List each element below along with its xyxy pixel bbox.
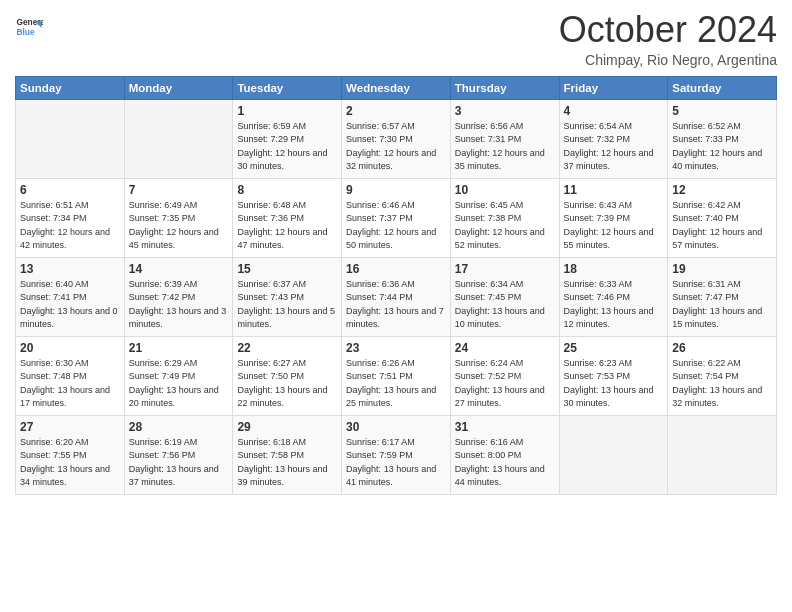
sunrise-text: Sunrise: 6:46 AM	[346, 199, 446, 213]
sunset-text: Sunset: 7:34 PM	[20, 212, 120, 226]
calendar-cell: 3Sunrise: 6:56 AMSunset: 7:31 PMDaylight…	[450, 99, 559, 178]
day-info: Sunrise: 6:30 AMSunset: 7:48 PMDaylight:…	[20, 357, 120, 411]
day-info: Sunrise: 6:51 AMSunset: 7:34 PMDaylight:…	[20, 199, 120, 253]
daylight-text: Daylight: 12 hours and 52 minutes.	[455, 226, 555, 253]
daylight-text: Daylight: 12 hours and 30 minutes.	[237, 147, 337, 174]
day-info: Sunrise: 6:48 AMSunset: 7:36 PMDaylight:…	[237, 199, 337, 253]
day-info: Sunrise: 6:18 AMSunset: 7:58 PMDaylight:…	[237, 436, 337, 490]
calendar-cell	[668, 415, 777, 494]
day-number: 31	[455, 420, 555, 434]
day-info: Sunrise: 6:27 AMSunset: 7:50 PMDaylight:…	[237, 357, 337, 411]
sunrise-text: Sunrise: 6:27 AM	[237, 357, 337, 371]
day-info: Sunrise: 6:49 AMSunset: 7:35 PMDaylight:…	[129, 199, 229, 253]
sunrise-text: Sunrise: 6:26 AM	[346, 357, 446, 371]
calendar-cell: 12Sunrise: 6:42 AMSunset: 7:40 PMDayligh…	[668, 178, 777, 257]
calendar-cell: 10Sunrise: 6:45 AMSunset: 7:38 PMDayligh…	[450, 178, 559, 257]
daylight-text: Daylight: 13 hours and 5 minutes.	[237, 305, 337, 332]
day-info: Sunrise: 6:16 AMSunset: 8:00 PMDaylight:…	[455, 436, 555, 490]
sunrise-text: Sunrise: 6:30 AM	[20, 357, 120, 371]
sunrise-text: Sunrise: 6:29 AM	[129, 357, 229, 371]
calendar-cell: 16Sunrise: 6:36 AMSunset: 7:44 PMDayligh…	[342, 257, 451, 336]
daylight-text: Daylight: 13 hours and 44 minutes.	[455, 463, 555, 490]
day-info: Sunrise: 6:45 AMSunset: 7:38 PMDaylight:…	[455, 199, 555, 253]
day-info: Sunrise: 6:23 AMSunset: 7:53 PMDaylight:…	[564, 357, 664, 411]
sunrise-text: Sunrise: 6:33 AM	[564, 278, 664, 292]
day-number: 13	[20, 262, 120, 276]
day-info: Sunrise: 6:46 AMSunset: 7:37 PMDaylight:…	[346, 199, 446, 253]
day-number: 14	[129, 262, 229, 276]
day-number: 6	[20, 183, 120, 197]
calendar-cell: 7Sunrise: 6:49 AMSunset: 7:35 PMDaylight…	[124, 178, 233, 257]
daylight-text: Daylight: 13 hours and 37 minutes.	[129, 463, 229, 490]
sunset-text: Sunset: 7:39 PM	[564, 212, 664, 226]
daylight-text: Daylight: 13 hours and 7 minutes.	[346, 305, 446, 332]
month-title: October 2024	[559, 10, 777, 50]
day-info: Sunrise: 6:52 AMSunset: 7:33 PMDaylight:…	[672, 120, 772, 174]
sunset-text: Sunset: 7:31 PM	[455, 133, 555, 147]
calendar-cell: 5Sunrise: 6:52 AMSunset: 7:33 PMDaylight…	[668, 99, 777, 178]
day-number: 9	[346, 183, 446, 197]
calendar-cell: 20Sunrise: 6:30 AMSunset: 7:48 PMDayligh…	[16, 336, 125, 415]
day-number: 4	[564, 104, 664, 118]
sunset-text: Sunset: 7:29 PM	[237, 133, 337, 147]
sunset-text: Sunset: 7:36 PM	[237, 212, 337, 226]
day-number: 15	[237, 262, 337, 276]
sunset-text: Sunset: 7:40 PM	[672, 212, 772, 226]
day-number: 19	[672, 262, 772, 276]
calendar-cell: 21Sunrise: 6:29 AMSunset: 7:49 PMDayligh…	[124, 336, 233, 415]
day-number: 2	[346, 104, 446, 118]
daylight-text: Daylight: 13 hours and 12 minutes.	[564, 305, 664, 332]
sunset-text: Sunset: 7:50 PM	[237, 370, 337, 384]
calendar-cell	[124, 99, 233, 178]
day-number: 29	[237, 420, 337, 434]
day-number: 28	[129, 420, 229, 434]
logo: General Blue	[15, 14, 43, 42]
day-info: Sunrise: 6:22 AMSunset: 7:54 PMDaylight:…	[672, 357, 772, 411]
day-info: Sunrise: 6:39 AMSunset: 7:42 PMDaylight:…	[129, 278, 229, 332]
day-info: Sunrise: 6:42 AMSunset: 7:40 PMDaylight:…	[672, 199, 772, 253]
calendar-cell: 22Sunrise: 6:27 AMSunset: 7:50 PMDayligh…	[233, 336, 342, 415]
sunset-text: Sunset: 7:53 PM	[564, 370, 664, 384]
header: General Blue October 2024 Chimpay, Rio N…	[15, 10, 777, 68]
sunrise-text: Sunrise: 6:52 AM	[672, 120, 772, 134]
sunset-text: Sunset: 7:37 PM	[346, 212, 446, 226]
sunset-text: Sunset: 7:56 PM	[129, 449, 229, 463]
day-info: Sunrise: 6:17 AMSunset: 7:59 PMDaylight:…	[346, 436, 446, 490]
day-info: Sunrise: 6:59 AMSunset: 7:29 PMDaylight:…	[237, 120, 337, 174]
sunrise-text: Sunrise: 6:34 AM	[455, 278, 555, 292]
daylight-text: Daylight: 12 hours and 47 minutes.	[237, 226, 337, 253]
sunrise-text: Sunrise: 6:17 AM	[346, 436, 446, 450]
sunrise-text: Sunrise: 6:54 AM	[564, 120, 664, 134]
daylight-text: Daylight: 12 hours and 37 minutes.	[564, 147, 664, 174]
daylight-text: Daylight: 13 hours and 17 minutes.	[20, 384, 120, 411]
daylight-text: Daylight: 13 hours and 10 minutes.	[455, 305, 555, 332]
day-number: 16	[346, 262, 446, 276]
calendar-cell: 1Sunrise: 6:59 AMSunset: 7:29 PMDaylight…	[233, 99, 342, 178]
daylight-text: Daylight: 12 hours and 40 minutes.	[672, 147, 772, 174]
calendar-cell: 24Sunrise: 6:24 AMSunset: 7:52 PMDayligh…	[450, 336, 559, 415]
sunrise-text: Sunrise: 6:24 AM	[455, 357, 555, 371]
daylight-text: Daylight: 13 hours and 25 minutes.	[346, 384, 446, 411]
daylight-text: Daylight: 12 hours and 55 minutes.	[564, 226, 664, 253]
header-right: October 2024 Chimpay, Rio Negro, Argenti…	[559, 10, 777, 68]
day-number: 3	[455, 104, 555, 118]
sunrise-text: Sunrise: 6:56 AM	[455, 120, 555, 134]
day-number: 27	[20, 420, 120, 434]
sunset-text: Sunset: 7:54 PM	[672, 370, 772, 384]
sunrise-text: Sunrise: 6:51 AM	[20, 199, 120, 213]
calendar-cell: 26Sunrise: 6:22 AMSunset: 7:54 PMDayligh…	[668, 336, 777, 415]
daylight-text: Daylight: 13 hours and 34 minutes.	[20, 463, 120, 490]
sunset-text: Sunset: 7:59 PM	[346, 449, 446, 463]
calendar-cell: 14Sunrise: 6:39 AMSunset: 7:42 PMDayligh…	[124, 257, 233, 336]
daylight-text: Daylight: 12 hours and 57 minutes.	[672, 226, 772, 253]
sunset-text: Sunset: 7:38 PM	[455, 212, 555, 226]
logo-icon: General Blue	[15, 14, 43, 42]
sunset-text: Sunset: 7:58 PM	[237, 449, 337, 463]
day-info: Sunrise: 6:56 AMSunset: 7:31 PMDaylight:…	[455, 120, 555, 174]
daylight-text: Daylight: 12 hours and 42 minutes.	[20, 226, 120, 253]
daylight-text: Daylight: 13 hours and 39 minutes.	[237, 463, 337, 490]
calendar-cell	[559, 415, 668, 494]
sunrise-text: Sunrise: 6:40 AM	[20, 278, 120, 292]
calendar-cell: 4Sunrise: 6:54 AMSunset: 7:32 PMDaylight…	[559, 99, 668, 178]
calendar-cell: 28Sunrise: 6:19 AMSunset: 7:56 PMDayligh…	[124, 415, 233, 494]
